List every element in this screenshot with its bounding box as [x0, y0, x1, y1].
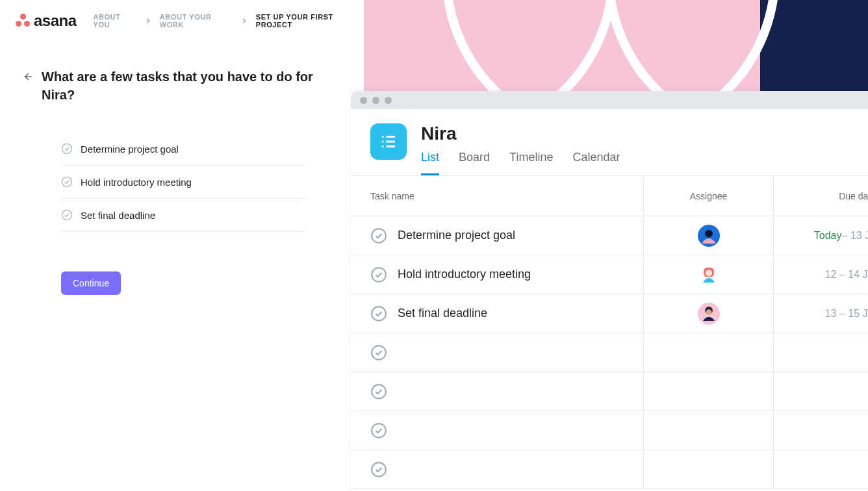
traffic-light-dot — [360, 97, 367, 104]
decorative-background — [364, 0, 868, 91]
due-date: 13 – 15 Jul — [773, 294, 868, 333]
svg-point-5 — [382, 141, 384, 143]
tab-board[interactable]: Board — [459, 151, 490, 175]
view-tabs: List Board Timeline Calendar — [421, 151, 620, 175]
column-header-task: Task name — [351, 191, 643, 201]
check-circle-icon[interactable] — [370, 305, 387, 322]
chevron-right-icon — [242, 17, 247, 25]
task-row-empty[interactable] — [351, 411, 868, 450]
check-circle-icon — [61, 209, 73, 221]
back-arrow-icon[interactable] — [21, 70, 34, 83]
task-row-empty[interactable] — [351, 450, 868, 489]
check-circle-icon[interactable] — [370, 422, 387, 439]
svg-point-11 — [705, 229, 713, 237]
asana-logo-icon — [16, 14, 30, 28]
chevron-right-icon — [146, 17, 151, 25]
svg-point-18 — [372, 346, 386, 360]
breadcrumb-step-2[interactable]: ABOUT YOUR WORK — [160, 13, 233, 29]
svg-point-13 — [705, 270, 711, 276]
breadcrumb-step-1[interactable]: ABOUT YOU — [94, 13, 136, 29]
project-preview-window: Nira List Board Timeline Calendar Task n… — [351, 91, 868, 491]
check-circle-icon[interactable] — [370, 461, 387, 478]
svg-point-1 — [62, 177, 72, 187]
project-list-icon — [370, 123, 407, 160]
task-input-row[interactable]: Determine project goal — [61, 132, 305, 166]
tab-timeline[interactable]: Timeline — [509, 151, 553, 175]
assignee-avatar[interactable] — [698, 225, 720, 247]
task-input-value: Determine project goal — [81, 144, 179, 155]
due-date: 12 – 14 Jul — [773, 255, 868, 294]
svg-point-14 — [372, 307, 386, 321]
check-circle-icon — [61, 143, 73, 155]
task-row[interactable]: Determine project goalToday – 13 Ju — [351, 216, 868, 255]
task-row[interactable]: Hold introductory meeting12 – 14 Jul — [351, 255, 868, 294]
task-input-value: Set final deadline — [81, 210, 155, 221]
task-list: Determine project goalToday – 13 JuHold … — [351, 216, 868, 489]
svg-point-17 — [706, 309, 711, 315]
task-row-empty[interactable] — [351, 333, 868, 372]
svg-point-12 — [372, 268, 386, 282]
tab-list[interactable]: List — [421, 151, 439, 175]
check-circle-icon[interactable] — [370, 266, 387, 283]
task-row[interactable]: Set final deadline13 – 15 Jul — [351, 294, 868, 333]
svg-point-7 — [382, 145, 384, 147]
asana-logo: asana — [16, 12, 77, 30]
svg-point-21 — [372, 462, 386, 477]
svg-point-20 — [372, 423, 386, 438]
task-input-list: Determine project goal Hold introductory… — [61, 132, 305, 232]
task-input-row[interactable]: Set final deadline — [61, 199, 305, 232]
traffic-light-dot — [385, 97, 392, 104]
svg-point-2 — [62, 210, 72, 220]
task-input-value: Hold introductory meeting — [81, 177, 192, 188]
list-column-headers: Task name Assignee Due date — [351, 176, 868, 216]
task-name: Determine project goal — [398, 229, 515, 242]
column-header-assignee: Assignee — [643, 176, 773, 216]
check-circle-icon[interactable] — [370, 383, 387, 400]
breadcrumb-step-3[interactable]: SET UP YOUR FIRST PROJECT — [256, 13, 364, 29]
svg-point-0 — [62, 144, 72, 154]
onboarding-question: What are a few tasks that you have to do… — [42, 68, 314, 104]
project-title: Nira — [421, 123, 620, 144]
task-name: Hold introductory meeting — [398, 268, 531, 281]
assignee-avatar[interactable] — [698, 303, 720, 325]
tab-calendar[interactable]: Calendar — [572, 151, 620, 175]
breadcrumb: ABOUT YOU ABOUT YOUR WORK SET UP YOUR FI… — [94, 13, 364, 29]
task-input-row[interactable]: Hold introductory meeting — [61, 166, 305, 199]
task-row-empty[interactable] — [351, 372, 868, 411]
assignee-avatar[interactable] — [698, 264, 720, 286]
asana-logo-text: asana — [34, 12, 77, 30]
task-name: Set final deadline — [398, 307, 487, 320]
column-header-due: Due date — [773, 176, 868, 216]
due-date: Today – 13 Ju — [773, 216, 868, 255]
traffic-light-dot — [372, 97, 379, 104]
continue-button[interactable]: Continue — [61, 271, 121, 295]
check-circle-icon[interactable] — [370, 227, 387, 244]
svg-point-3 — [382, 136, 384, 138]
svg-point-19 — [372, 384, 386, 399]
window-chrome — [351, 91, 868, 109]
svg-point-9 — [372, 229, 386, 243]
check-circle-icon — [61, 176, 73, 188]
check-circle-icon[interactable] — [370, 344, 387, 361]
